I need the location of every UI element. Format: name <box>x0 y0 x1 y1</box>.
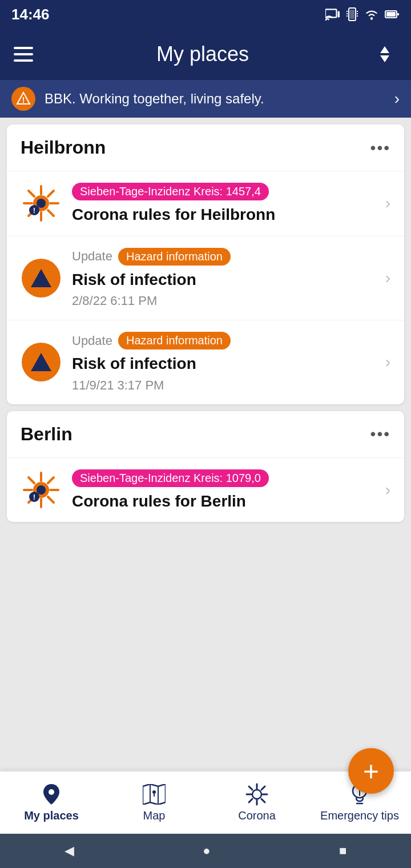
alert-chevron-icon-3: › <box>385 353 390 371</box>
svg-marker-17 <box>380 55 389 62</box>
nav-item-my-places[interactable]: My places <box>0 783 103 822</box>
svg-line-57 <box>261 799 265 802</box>
corona-nav-icon-wrap <box>245 783 268 806</box>
nav-item-map[interactable]: Map <box>103 783 206 822</box>
bbk-text: BBK. Working together, living safely. <box>45 91 385 107</box>
fab-container: + <box>348 748 394 794</box>
svg-point-35 <box>37 485 46 495</box>
location-pin-icon <box>41 783 62 806</box>
back-button[interactable]: ◀ <box>65 843 74 858</box>
sort-arrows-icon <box>374 44 395 65</box>
bbk-chevron-icon: › <box>394 90 400 108</box>
more-options-berlin[interactable]: ••• <box>370 425 390 443</box>
wifi-icon <box>364 8 379 21</box>
hazard-badge-2: Hazard information <box>118 332 231 349</box>
svg-line-40 <box>29 477 34 483</box>
place-header-heilbronn: Heilbronn ••• <box>7 124 404 171</box>
alert-content-infection-2: Update Hazard information Risk of infect… <box>72 332 375 393</box>
alert-chevron-icon-berlin: › <box>385 481 390 499</box>
badge-row: Sieben-Tage-Inzidenz Kreis: 1457,4 <box>72 183 375 200</box>
main-content: Heilbronn ••• <box>0 118 411 529</box>
triangle-warning-icon-1 <box>22 259 61 298</box>
alert-content-corona-berlin: Sieben-Tage-Inzidenz Kreis: 1079,0 Coron… <box>72 469 375 511</box>
hazard-icon-wrap-2 <box>21 341 62 383</box>
place-card-heilbronn: Heilbronn ••• <box>7 124 404 404</box>
alert-content-corona-heilbronn: Sieben-Tage-Inzidenz Kreis: 1457,4 Coron… <box>72 183 375 224</box>
svg-line-58 <box>261 786 265 790</box>
corona-icon: ! <box>22 184 61 223</box>
hazard-icon-wrap-1 <box>21 258 62 299</box>
my-places-label: My places <box>24 809 79 822</box>
svg-text:!: ! <box>33 206 35 215</box>
place-card-berlin: Berlin ••• ! <box>7 411 404 523</box>
more-options-heilbronn[interactable]: ••• <box>370 139 390 157</box>
bbk-warning-icon: ! <box>16 91 31 106</box>
vibrate-icon <box>346 7 358 22</box>
corona-icon-wrap-berlin: ! <box>21 469 62 511</box>
svg-line-42 <box>48 477 54 483</box>
status-bar: 14:46 <box>0 0 411 29</box>
bbk-logo: ! <box>11 87 35 111</box>
svg-rect-3 <box>338 13 340 18</box>
my-places-icon <box>40 783 63 806</box>
alert-infection-1-heilbronn[interactable]: Update Hazard information Risk of infect… <box>7 236 404 321</box>
corona-label: Corona <box>238 809 276 822</box>
badge-row-2: Update Hazard information <box>72 332 375 349</box>
svg-rect-15 <box>397 13 399 15</box>
add-place-fab-button[interactable]: + <box>348 748 394 794</box>
infection-title-1: Risk of infection <box>72 270 375 290</box>
svg-line-27 <box>48 210 54 216</box>
place-header-berlin: Berlin ••• <box>7 411 404 458</box>
corona-icon-berlin: ! <box>22 471 61 509</box>
sort-button[interactable] <box>372 42 397 67</box>
page-title: My places <box>156 42 249 66</box>
top-bar: My places <box>0 29 411 80</box>
alert-infection-2-heilbronn[interactable]: Update Hazard information Risk of infect… <box>7 320 404 404</box>
bbk-banner[interactable]: ! BBK. Working together, living safely. … <box>0 80 411 118</box>
hazard-badge-1: Hazard information <box>118 248 231 266</box>
update-label-1: Update <box>72 249 112 264</box>
svg-rect-5 <box>350 10 354 19</box>
recents-button[interactable]: ■ <box>339 843 346 858</box>
home-button[interactable]: ● <box>203 843 210 858</box>
infection-date-2: 11/9/21 3:17 PM <box>72 378 375 393</box>
svg-text:!: ! <box>22 95 25 105</box>
update-label-2: Update <box>72 333 112 348</box>
svg-point-21 <box>37 199 46 208</box>
alert-chevron-icon-2: › <box>385 269 390 287</box>
svg-point-12 <box>370 17 373 19</box>
badge-row-1: Update Hazard information <box>72 248 375 266</box>
svg-line-56 <box>249 786 252 790</box>
nav-item-corona[interactable]: Corona <box>206 783 308 822</box>
place-name-heilbronn: Heilbronn <box>21 137 106 158</box>
corona-rules-heilbronn-title: Corona rules for Heilbronn <box>72 205 375 224</box>
svg-marker-33 <box>31 353 51 371</box>
svg-line-28 <box>48 191 54 196</box>
incidence-badge-berlin: Sieben-Tage-Inzidenz Kreis: 1079,0 <box>72 469 269 487</box>
svg-line-26 <box>29 191 34 196</box>
cast-icon <box>325 8 340 21</box>
alert-corona-berlin[interactable]: ! Sieben-Tage-Inzidenz Kreis: 1079,0 Cor… <box>7 458 404 523</box>
alert-content-infection-1: Update Hazard information Risk of infect… <box>72 248 375 309</box>
svg-line-59 <box>249 799 252 802</box>
infection-title-2: Risk of infection <box>72 354 375 373</box>
svg-point-50 <box>152 790 156 794</box>
corona-icon-wrap: ! <box>21 183 62 224</box>
corona-rules-berlin-title: Corona rules for Berlin <box>72 492 375 511</box>
badge-row-berlin: Sieben-Tage-Inzidenz Kreis: 1079,0 <box>72 469 375 487</box>
svg-text:!: ! <box>33 493 35 501</box>
triangle-icon-2 <box>30 352 53 372</box>
svg-rect-14 <box>386 12 396 17</box>
svg-line-41 <box>48 497 54 503</box>
status-icons <box>325 7 400 22</box>
hamburger-menu-icon[interactable] <box>14 47 33 62</box>
incidence-badge-heilbronn: Sieben-Tage-Inzidenz Kreis: 1457,4 <box>72 183 269 200</box>
map-icon <box>143 784 166 805</box>
svg-marker-32 <box>31 269 51 287</box>
map-label: Map <box>143 809 166 822</box>
triangle-icon <box>30 268 53 288</box>
place-name-berlin: Berlin <box>21 424 72 445</box>
svg-point-46 <box>49 789 54 795</box>
map-icon-wrap <box>143 783 166 806</box>
alert-corona-heilbronn[interactable]: ! Sieben-Tage-Inzidenz Kreis: 1457,4 Cor… <box>7 171 404 236</box>
